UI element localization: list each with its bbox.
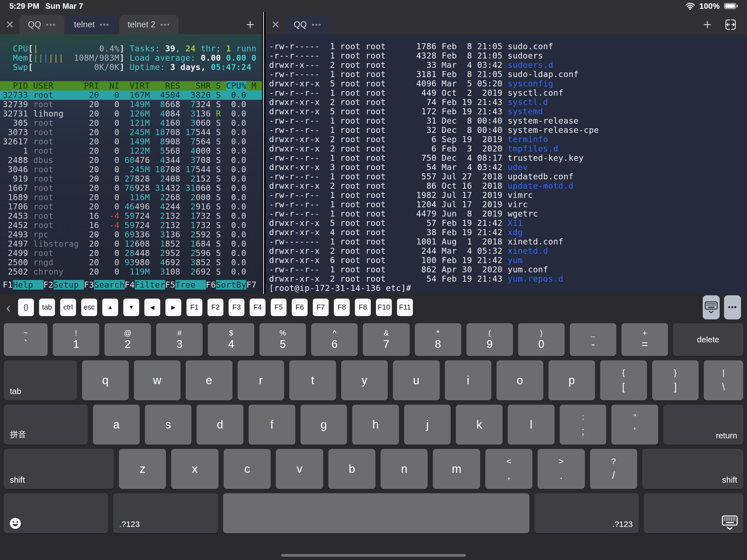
key-s[interactable]: s (145, 405, 192, 444)
split-view-icon[interactable] (724, 18, 737, 31)
key-period[interactable]: >. (538, 449, 585, 489)
toolbar-key-arrow-down[interactable]: ▼ (123, 299, 139, 316)
key-equals[interactable]: += (621, 323, 668, 356)
tab-telnet[interactable]: telnet••• (66, 15, 118, 34)
key-shift-symbol: " (633, 412, 636, 422)
key-shift[interactable]: shift (642, 449, 743, 489)
toolbar-key-f5[interactable]: F5 (271, 299, 287, 316)
toolbar-key-f10[interactable]: F10 (376, 299, 392, 316)
key-y[interactable]: y (341, 360, 388, 400)
tab-qq[interactable]: QQ••• (20, 15, 64, 34)
key-4[interactable]: $4 (208, 323, 254, 356)
key-g[interactable]: g (301, 405, 347, 444)
key-i[interactable]: i (445, 360, 492, 400)
home-indicator[interactable] (281, 554, 466, 557)
key-semicolon[interactable]: :; (560, 405, 607, 444)
key-d[interactable]: d (197, 405, 243, 444)
key-dismiss-keyboard-key[interactable] (644, 493, 743, 533)
new-tab-button[interactable]: + (703, 17, 712, 33)
key-emoji-key[interactable] (4, 493, 108, 533)
htop-terminal[interactable]: CPU[| 0.4%] Tasks: 39, 24 thr; 1 runn Me… (0, 34, 262, 294)
key-bracket-close[interactable]: }] (652, 360, 699, 400)
key-8[interactable]: *8 (415, 323, 461, 356)
key-n[interactable]: n (381, 449, 428, 489)
toolbar-key-f8[interactable]: F8 (334, 299, 350, 316)
key-slash[interactable]: ?/ (590, 449, 637, 489)
toolbar-key-arrow-left[interactable]: ◀ (145, 299, 160, 316)
key-u[interactable]: u (393, 360, 440, 400)
key-0[interactable]: )0 (518, 323, 565, 356)
key-k[interactable]: k (456, 405, 503, 444)
htop-function-bar[interactable]: F1Help F2Setup F3SearchF4FilterF5Tree F6… (3, 280, 256, 289)
key-5[interactable]: %5 (259, 323, 306, 356)
toolbar-key-f1[interactable]: F1 (186, 299, 202, 316)
toolbar-key-f8[interactable]: F8 (355, 299, 371, 316)
key-return[interactable]: return (663, 405, 743, 444)
key-space[interactable] (223, 493, 530, 533)
key-2[interactable]: @2 (104, 323, 151, 356)
key-backtick[interactable]: ~` (4, 323, 48, 356)
key-hyphen[interactable]: _- (570, 323, 616, 356)
toolbar-key-tab[interactable]: tab (39, 299, 55, 316)
term-text: S (216, 230, 221, 239)
tab-menu-icon[interactable]: ••• (312, 21, 321, 29)
key-shift[interactable]: shift (4, 449, 114, 489)
key-1[interactable]: !1 (53, 323, 99, 356)
key-h[interactable]: h (352, 405, 399, 444)
key-b[interactable]: b (328, 449, 376, 489)
key-l[interactable]: l (508, 405, 555, 444)
key-a[interactable]: a (93, 405, 140, 444)
key-comma[interactable]: <, (485, 449, 532, 489)
key-6[interactable]: ^6 (311, 323, 358, 356)
key-3[interactable]: #3 (156, 323, 203, 356)
toolbar-key-f6[interactable]: F6 (292, 299, 308, 316)
key-7[interactable]: &7 (363, 323, 409, 356)
key-tab[interactable]: tab (4, 360, 77, 400)
key-x[interactable]: x (171, 449, 218, 489)
key-apostrophe[interactable]: "' (611, 405, 658, 444)
key-w[interactable]: w (134, 360, 181, 400)
key-e[interactable]: e (186, 360, 232, 400)
tab-menu-icon[interactable]: ••• (160, 21, 170, 29)
tab-telnet-2[interactable]: telnet 2••• (120, 15, 179, 34)
key-f[interactable]: f (249, 405, 295, 444)
toolbar-key-arrow-up[interactable]: ▲ (102, 299, 118, 316)
tab-menu-icon[interactable]: ••• (100, 21, 109, 29)
tab-menu-icon[interactable]: ••• (46, 21, 56, 29)
key-delete[interactable]: delete (673, 323, 743, 356)
close-pane-icon[interactable]: ✕ (266, 15, 285, 34)
key-m[interactable]: m (433, 449, 480, 489)
toolbar-key-arrow-right[interactable]: ▶ (165, 299, 181, 316)
collapse-toolbar-icon[interactable]: ‹ (6, 300, 11, 315)
key-t[interactable]: t (289, 360, 336, 400)
toolbar-key-esc[interactable]: esc (81, 299, 97, 316)
key-9[interactable]: (9 (466, 323, 513, 356)
toolbar-key-f3[interactable]: F3 (229, 299, 244, 316)
key-j[interactable]: j (404, 405, 451, 444)
key-bracket-open[interactable]: {[ (600, 360, 647, 400)
key-numbers[interactable]: .?123 (535, 493, 639, 533)
shell-terminal[interactable]: -rw-r----- 1 root root 1786 Feb 8 21:05 … (266, 34, 747, 294)
key-v[interactable]: v (276, 449, 323, 489)
more-options-button[interactable]: ••• (724, 295, 741, 320)
key-q[interactable]: q (82, 360, 129, 400)
key-p[interactable]: p (548, 360, 595, 400)
tab-qq[interactable]: QQ••• (285, 15, 330, 34)
key-r[interactable]: r (238, 360, 284, 400)
key-z[interactable]: z (119, 449, 166, 489)
toolbar-key-f7[interactable]: F7 (313, 299, 329, 316)
toolbar-key-f11[interactable]: F11 (397, 299, 413, 316)
key-c[interactable]: c (224, 449, 271, 489)
close-pane-icon[interactable]: ✕ (0, 15, 20, 34)
toolbar-key-braces[interactable]: {} (18, 299, 34, 316)
key-backslash[interactable]: |\ (704, 360, 743, 400)
keyboard-hide-icon[interactable] (703, 295, 720, 320)
new-tab-button[interactable]: + (246, 15, 254, 34)
split-divider-handle[interactable] (262, 12, 266, 294)
key-numbers[interactable]: .?123 (113, 493, 218, 533)
toolbar-key-f2[interactable]: F2 (208, 299, 223, 316)
toolbar-key-f4[interactable]: F4 (250, 299, 265, 316)
key-o[interactable]: o (496, 360, 543, 400)
key-key[interactable]: 拼音 (4, 405, 88, 444)
toolbar-key-ctrl[interactable]: ctrl (60, 299, 76, 316)
